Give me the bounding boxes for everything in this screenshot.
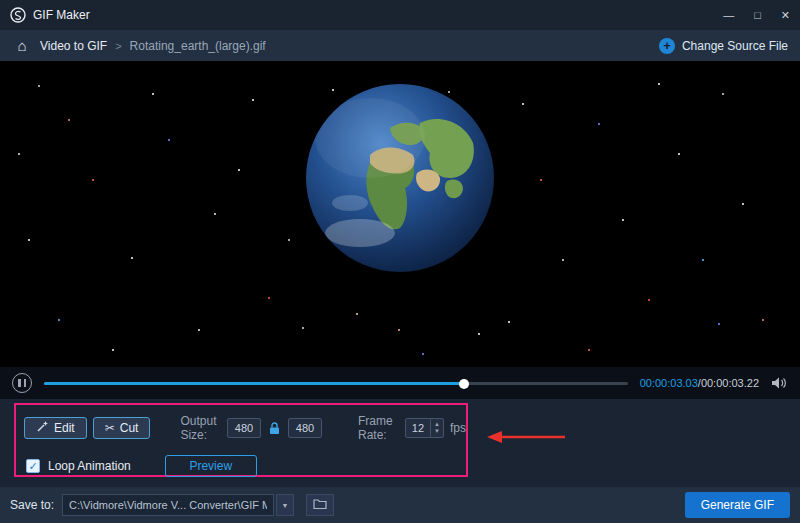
settings-row-1: Edit ✂ Cut Output Size: Frame Rate: [16, 405, 466, 442]
change-source-file-button[interactable]: + Change Source File [659, 38, 788, 54]
magic-wand-icon [36, 420, 49, 436]
spin-up-icon[interactable]: ▲ [431, 421, 443, 428]
starfield [0, 61, 2, 63]
settings-panel: Edit ✂ Cut Output Size: Frame Rate: [0, 399, 800, 487]
breadcrumb-separator-icon: > [115, 40, 121, 52]
generate-gif-button[interactable]: Generate GIF [685, 492, 790, 518]
maximize-button[interactable]: □ [754, 10, 761, 21]
cut-label: Cut [120, 421, 139, 435]
player-bar: 00:00:03.03/00:00:03.22 [0, 367, 800, 399]
breadcrumb-filename: Rotating_earth_(large).gif [130, 39, 266, 53]
current-time: 00:00:03.03 [640, 377, 698, 389]
save-to-label: Save to: [10, 498, 54, 512]
loop-animation-checkbox[interactable]: ✓ [26, 459, 40, 473]
output-width-input[interactable] [227, 418, 261, 438]
pause-button[interactable] [12, 373, 32, 393]
check-icon: ✓ [28, 461, 37, 472]
spin-down-icon[interactable]: ▼ [431, 428, 443, 435]
volume-icon[interactable] [771, 376, 788, 390]
breadcrumb: ⌂ Video to GIF > Rotating_earth_(large).… [0, 30, 800, 61]
save-path-input[interactable] [62, 494, 274, 516]
app-logo-icon [10, 7, 26, 23]
change-source-label: Change Source File [682, 39, 788, 53]
preview-button[interactable]: Preview [165, 455, 257, 477]
window-controls: — □ ✕ [723, 10, 790, 21]
close-button[interactable]: ✕ [781, 10, 790, 21]
scissors-icon: ✂ [105, 422, 115, 434]
settings-row-2: ✓ Loop Animation Preview [16, 442, 466, 477]
total-time: /00:00:03.22 [698, 377, 759, 389]
titlebar: GIF Maker — □ ✕ [0, 0, 800, 30]
pause-icon [18, 379, 21, 387]
fps-label: fps [450, 421, 466, 435]
frame-rate-input[interactable] [406, 419, 430, 437]
output-height-input[interactable] [288, 418, 322, 438]
breadcrumb-video-to-gif[interactable]: Video to GIF [40, 39, 107, 53]
progress-thumb[interactable] [459, 379, 469, 389]
loop-animation-label: Loop Animation [48, 459, 131, 473]
progress-fill [44, 382, 464, 385]
minimize-button[interactable]: — [723, 10, 734, 21]
earth-globe [305, 83, 495, 273]
footer-bar: Save to: ▼ Generate GIF [0, 487, 800, 523]
home-icon[interactable]: ⌂ [12, 36, 32, 56]
frame-rate-stepper[interactable]: ▲ ▼ [405, 418, 444, 438]
gif-maker-window: GIF Maker — □ ✕ ⌂ Video to GIF > Rotatin… [0, 0, 800, 523]
frame-rate-label: Frame Rate: [358, 414, 399, 442]
stepper-buttons: ▲ ▼ [430, 419, 443, 437]
red-arrow-annotation [487, 430, 567, 444]
time-display: 00:00:03.03/00:00:03.22 [640, 377, 759, 389]
path-dropdown-button[interactable]: ▼ [276, 494, 294, 516]
preview-area [0, 61, 800, 367]
seek-slider[interactable] [44, 376, 628, 390]
edit-button[interactable]: Edit [24, 417, 87, 439]
edit-label: Edit [54, 421, 75, 435]
app-title: GIF Maker [33, 8, 90, 22]
cut-button[interactable]: ✂ Cut [93, 417, 151, 439]
folder-icon [313, 498, 327, 513]
caret-down-icon: ▼ [282, 502, 289, 509]
highlight-rectangle: Edit ✂ Cut Output Size: Frame Rate: [14, 403, 468, 477]
lock-aspect-icon[interactable] [269, 422, 280, 435]
output-size-label: Output Size: [180, 414, 221, 442]
browse-folder-button[interactable] [306, 494, 334, 516]
plus-icon: + [659, 38, 675, 54]
